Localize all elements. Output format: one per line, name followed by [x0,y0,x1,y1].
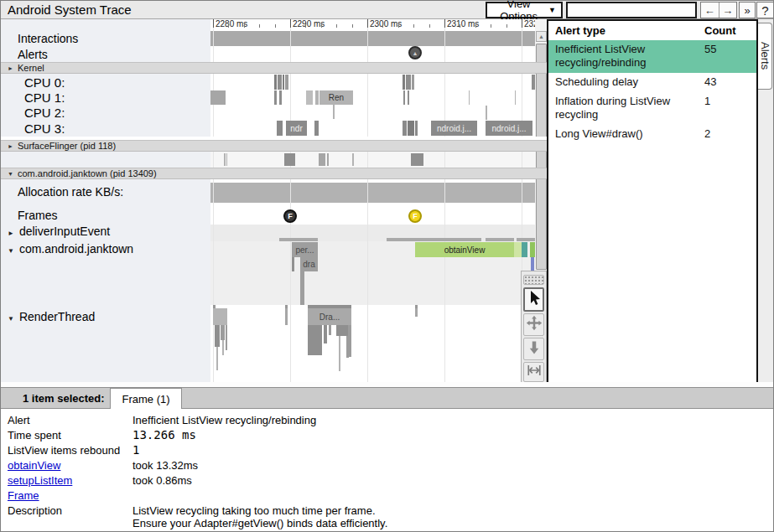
trace-slice[interactable] [486,238,514,241]
trace-slice[interactable] [408,121,414,136]
trace-slice[interactable] [306,90,313,105]
trace-slice[interactable] [408,90,409,105]
trace-slice[interactable] [403,90,405,105]
trace-slice[interactable]: Ren [319,90,353,105]
trace-slice[interactable] [224,153,226,166]
trace-slice[interactable] [411,153,423,166]
trace-slice[interactable] [221,325,225,340]
alert-marker[interactable]: ▲ [408,46,422,59]
detail-link-setuplistitem[interactable]: setupListItem [8,474,130,487]
trace-slice[interactable] [415,308,418,317]
group-header-comandroidjanktown[interactable]: ▼com.android.janktown (pid 13409) [1,168,547,179]
detail-link-obtainview[interactable]: obtainView [8,459,130,472]
trace-slice[interactable] [514,242,522,257]
trace-slice[interactable] [412,75,414,90]
trace-slice[interactable] [226,153,227,166]
tab-frame[interactable]: Frame (1) [110,388,182,409]
drag-grip-button[interactable] [523,275,544,285]
alert-count: 55 [704,43,716,70]
trace-slice[interactable]: ndroid.j... [486,121,532,136]
trace-slice[interactable] [277,121,283,136]
trace-slice[interactable]: dra [300,257,318,271]
trace-slice[interactable]: ndroid.j... [431,121,477,136]
sidebar-item-com-android-janktown[interactable]: ▼com.android.janktown [8,242,133,256]
trace-slice[interactable] [285,75,288,90]
timing-tool-button[interactable] [523,362,544,382]
trace-slice[interactable] [532,75,535,90]
trace-slice[interactable] [279,90,282,105]
sidebar-item-deliverinputevent[interactable]: ►deliverInputEvent [8,225,110,238]
alert-row[interactable]: Inflation during ListView recycling1 [548,92,756,125]
trace-slice[interactable] [278,75,282,90]
scroll-up-button[interactable]: ▲ [536,31,547,42]
horizontal-splitter[interactable] [1,382,773,388]
trace-slice[interactable] [329,325,331,335]
tab-alerts[interactable]: Alerts [758,23,772,90]
trace-slice[interactable] [327,153,329,166]
trace-slice[interactable] [415,121,418,136]
trace-slice[interactable] [285,308,288,325]
trace-slice[interactable] [522,242,527,257]
group-header-kernel[interactable]: ►Kernel [1,62,547,74]
select-tool-button[interactable] [523,287,544,312]
frame-marker-black[interactable]: F [283,209,297,223]
trace-slice[interactable] [292,257,294,271]
expand-button[interactable]: » [739,2,756,18]
trace-slice[interactable] [530,242,535,257]
trace-slice[interactable] [352,153,354,166]
sidebar-item-renderthread[interactable]: ▼RenderThread [8,310,95,323]
trace-slice[interactable] [319,153,325,166]
trace-slice[interactable] [339,336,340,371]
pan-tool-button[interactable] [523,313,544,336]
trace-slice[interactable] [216,347,218,370]
trace-slice[interactable]: obtainView [415,242,514,257]
trace-slice[interactable] [403,75,405,90]
trace-slice[interactable] [469,90,470,105]
trace-slice-label: ndroid.j... [437,124,471,133]
trace-slice[interactable] [406,75,411,90]
trace-slice[interactable] [387,238,481,241]
trace-slice[interactable] [300,271,304,305]
trace-slice[interactable] [315,90,319,105]
frame-tab-label: Frame (1) [122,393,169,405]
trace-slice[interactable] [403,121,407,136]
trace-slice[interactable] [226,325,227,350]
trace-slice[interactable] [531,257,534,271]
trace-slice[interactable] [324,325,327,343]
trace-slice[interactable] [210,90,226,105]
find-previous-button[interactable]: ← [701,3,719,18]
find-nav-buttons: ← → [700,2,737,18]
trace-slice[interactable] [279,238,318,241]
alert-row[interactable]: Inefficient ListView recycling/rebinding… [548,40,756,73]
trace-slice[interactable] [314,121,319,136]
find-next-button[interactable]: → [719,3,737,18]
triangle-expanded-icon: ▼ [8,171,13,177]
trace-slice[interactable] [215,325,220,347]
trace-slice[interactable]: Dra... [308,308,351,325]
trace-slice[interactable] [517,238,535,241]
trace-slice[interactable] [213,308,227,325]
trace-slice[interactable] [515,90,516,105]
group-header-surfaceflinger[interactable]: ►SurfaceFlinger (pid 118) [1,140,547,152]
trace-slice[interactable] [284,153,295,166]
sidebar-item-cpu-2: CPU 2: [24,106,65,120]
search-input[interactable] [566,2,697,18]
detail-link-frame[interactable]: Frame [8,489,130,502]
frame-marker-yellow[interactable]: F [408,209,422,223]
trace-slice[interactable] [486,106,487,120]
trace-slice[interactable] [348,325,351,357]
trace-slice[interactable] [283,75,284,90]
view-options-button[interactable]: View Options ▼ [486,2,563,18]
scrollbar-thumb[interactable] [536,44,547,270]
trace-slice[interactable]: ndr [286,121,307,136]
alert-row[interactable]: Scheduling delay43 [548,73,756,92]
trace-slice[interactable] [333,105,335,119]
alert-row[interactable]: Long View#draw()2 [548,125,756,144]
help-button[interactable]: ? [756,2,774,18]
trace-slice[interactable]: per... [292,242,318,257]
trace-slice[interactable] [308,325,322,355]
trace-slice[interactable] [274,75,277,90]
trace-slice[interactable] [274,90,277,105]
zoom-tool-button[interactable] [523,338,544,360]
trace-slice[interactable] [222,340,224,355]
